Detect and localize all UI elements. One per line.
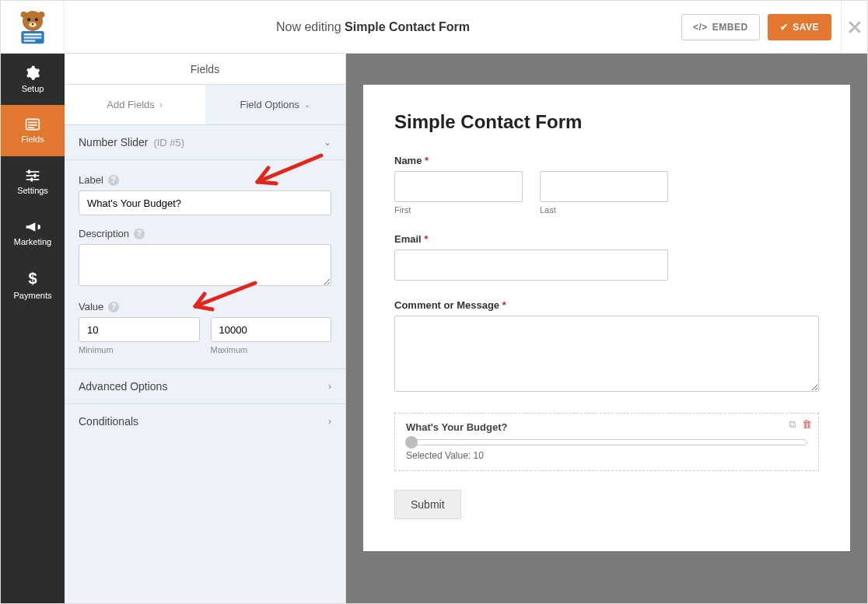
submit-button[interactable]: Submit <box>394 490 461 519</box>
last-sublabel: Last <box>540 205 668 215</box>
list-icon <box>25 117 40 131</box>
label-input[interactable] <box>79 190 331 215</box>
dollar-icon: $ <box>28 270 37 288</box>
minimum-label: Minimum <box>79 345 200 354</box>
slider-track[interactable] <box>406 439 807 445</box>
chevron-right-icon: › <box>328 381 331 392</box>
comment-field: Comment or Message * <box>394 299 819 394</box>
sidebar-item-setup[interactable]: Setup <box>1 54 65 105</box>
svg-rect-19 <box>34 174 37 178</box>
app-logo <box>1 1 65 54</box>
description-label: Description ? <box>79 228 331 239</box>
svg-point-1 <box>27 18 30 21</box>
email-input[interactable] <box>394 250 668 281</box>
svg-rect-10 <box>23 40 35 41</box>
description-input[interactable] <box>79 244 331 286</box>
page-title: Now editing Simple Contact Form <box>65 20 681 34</box>
form-preview: Simple Contact Form Name * First Last <box>363 85 850 551</box>
svg-rect-14 <box>28 127 34 128</box>
first-name-input[interactable] <box>394 171 523 202</box>
bullhorn-icon <box>25 220 40 234</box>
chevron-right-icon: › <box>328 416 331 427</box>
name-field: Name * First Last <box>394 155 819 215</box>
slider-label: What's Your Budget? <box>406 421 807 433</box>
sidebar-item-label: Settings <box>17 186 48 195</box>
first-sublabel: First <box>394 205 523 215</box>
tab-add-fields[interactable]: Add Fields › <box>65 85 205 124</box>
label-label: Label ? <box>79 174 331 186</box>
close-button[interactable] <box>841 1 867 54</box>
close-icon <box>848 20 862 34</box>
svg-rect-18 <box>28 170 30 174</box>
svg-rect-13 <box>28 124 37 126</box>
sidebar-item-label: Payments <box>14 291 52 300</box>
help-icon[interactable]: ? <box>108 175 119 186</box>
sidebar-item-label: Marketing <box>14 237 51 246</box>
value-label: Value ? <box>79 301 331 312</box>
svg-rect-8 <box>23 33 41 35</box>
check-icon: ✔ <box>780 22 789 33</box>
email-field: Email * <box>394 233 819 281</box>
comment-input[interactable] <box>394 316 819 392</box>
sidebar-item-label: Fields <box>21 134 44 144</box>
top-bar: Now editing Simple Contact Form </> EMBE… <box>1 1 867 54</box>
maximum-label: Maximum <box>211 345 332 354</box>
form-title: Simple Contact Form <box>394 111 819 133</box>
sidebar-item-marketing[interactable]: Marketing <box>1 208 65 259</box>
svg-rect-12 <box>28 122 37 124</box>
help-icon[interactable]: ? <box>134 229 145 239</box>
chevron-down-icon: ⌄ <box>304 100 310 109</box>
svg-point-6 <box>38 11 44 17</box>
chevron-right-icon: › <box>159 99 163 110</box>
sidebar-item-settings[interactable]: Settings <box>1 156 65 208</box>
chevron-down-icon: ⌄ <box>324 137 331 148</box>
maximum-input[interactable] <box>211 317 332 342</box>
slider-field-selected[interactable]: ⧉ 🗑 What's Your Budget? Selected Value: … <box>394 413 819 471</box>
preview-canvas: Simple Contact Form Name * First Last <box>346 54 867 603</box>
minimum-input[interactable] <box>79 317 200 342</box>
svg-point-4 <box>31 23 33 24</box>
save-button[interactable]: ✔ SAVE <box>768 14 831 40</box>
embed-button[interactable]: </> EMBED <box>681 14 760 40</box>
help-icon[interactable]: ? <box>108 302 119 312</box>
conditionals-row[interactable]: Conditionals › <box>65 404 345 438</box>
advanced-options-row[interactable]: Advanced Options › <box>65 369 345 404</box>
nav-sidebar: Setup Fields Settings Marketing $ Paymen… <box>1 54 65 603</box>
svg-point-2 <box>34 18 37 21</box>
code-icon: </> <box>693 22 708 33</box>
slider-value-text: Selected Value: 10 <box>406 450 807 461</box>
options-subheader: Fields <box>65 54 345 85</box>
svg-rect-9 <box>23 37 41 38</box>
options-column: Fields Add Fields › Field Options ⌄ Numb… <box>65 54 346 603</box>
svg-rect-20 <box>31 178 33 182</box>
options-tabs: Add Fields › Field Options ⌄ <box>65 85 345 125</box>
svg-rect-16 <box>26 175 40 176</box>
sliders-icon <box>25 169 40 183</box>
duplicate-icon[interactable]: ⧉ <box>789 418 796 431</box>
tab-field-options[interactable]: Field Options ⌄ <box>205 85 346 124</box>
slider-thumb[interactable] <box>405 436 418 449</box>
trash-icon[interactable]: 🗑 <box>802 418 812 431</box>
last-name-input[interactable] <box>540 171 668 202</box>
sidebar-item-fields[interactable]: Fields <box>1 105 65 156</box>
sidebar-item-payments[interactable]: $ Payments <box>1 259 65 310</box>
sidebar-item-label: Setup <box>22 84 44 93</box>
field-title-row[interactable]: Number Slider (ID #5) ⌄ <box>65 125 345 160</box>
svg-point-5 <box>20 11 26 17</box>
gear-icon <box>25 65 40 81</box>
